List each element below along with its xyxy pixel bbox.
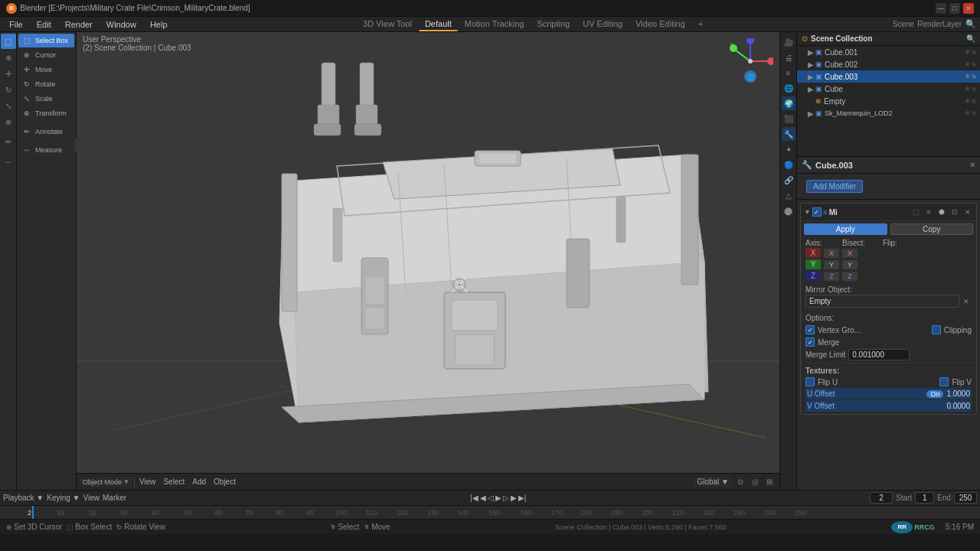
mod-icon-2[interactable]: ≡ <box>923 206 935 218</box>
flip-z-btn[interactable]: Z <box>842 272 858 281</box>
keying-menu[interactable]: Keying ▼ <box>47 494 80 502</box>
scene-props-icon[interactable]: 🌐 <box>782 81 795 95</box>
outliner-item-cube001[interactable]: ▶ ▣ Cube.001 👁 🖱 <box>797 46 980 58</box>
maximize-btn[interactable]: □ <box>949 3 960 14</box>
tool-move-icon[interactable]: ✛ <box>1 66 16 81</box>
merge-limit-input[interactable] <box>848 349 910 360</box>
mod-icon-3[interactable]: ⬟ <box>936 206 948 218</box>
tool-measure-icon[interactable]: ↔ <box>1 154 16 169</box>
jump-start-btn[interactable]: |◀ <box>470 494 479 502</box>
current-frame-display[interactable]: 2 <box>870 492 893 504</box>
move-status[interactable]: 🖱 Move <box>364 523 390 531</box>
flip-u-cb[interactable] <box>805 377 815 386</box>
data-props-icon[interactable]: △ <box>782 188 795 202</box>
constraints-icon[interactable]: 🔗 <box>782 173 795 187</box>
expand-modifier-icon[interactable]: ▼ <box>804 208 811 216</box>
play-btn[interactable]: ▶ <box>495 494 501 502</box>
close-btn[interactable]: ✕ <box>963 3 974 14</box>
tool-measure[interactable]: ↔ Measure <box>18 143 74 157</box>
prev-frame-btn[interactable]: ◀ <box>480 494 486 502</box>
outliner-filter-icon[interactable]: 🔍 <box>966 34 975 43</box>
modifier-name[interactable]: Mi <box>829 208 908 217</box>
tool-cursor-icon[interactable]: ⊕ <box>1 50 16 65</box>
tool-cursor[interactable]: ⊕ Cursor <box>18 48 74 62</box>
tab-3dview[interactable]: 3D View Tool <box>357 18 418 31</box>
add-menu[interactable]: Add <box>189 477 209 487</box>
tool-rotate-icon[interactable]: ↻ <box>1 82 16 97</box>
playback-menu[interactable]: Playback ▼ <box>3 494 44 502</box>
menu-item-edit[interactable]: Edit <box>31 18 57 31</box>
snap-icon[interactable]: ⊙ <box>733 475 747 489</box>
tab-uvediting[interactable]: UV Editing <box>577 18 629 31</box>
flip-x-btn[interactable]: X <box>842 249 858 258</box>
outliner-item-empty[interactable]: ⊕ Empty 👁 🖱 <box>797 95 980 107</box>
tab-scripting[interactable]: Scripting <box>531 18 576 31</box>
modifier-props-icon[interactable]: 🔧 <box>782 127 795 141</box>
next-keyframe-btn[interactable]: ▷ <box>503 494 509 502</box>
view-layer-icon[interactable]: ≡ <box>782 66 795 80</box>
clipping-cb[interactable] <box>932 325 941 334</box>
mirror-checkbox[interactable]: ✓ <box>812 207 822 217</box>
object-menu[interactable]: Object <box>211 477 239 487</box>
menu-item-help[interactable]: Help <box>144 18 174 31</box>
flip-y-btn[interactable]: Y <box>842 260 858 269</box>
menu-item-render[interactable]: Render <box>59 18 99 31</box>
view-menu[interactable]: View <box>136 477 159 487</box>
rotate-view-btn[interactable]: ↻ Rotate View <box>116 523 165 531</box>
jump-end-btn[interactable]: ▶| <box>518 494 527 502</box>
output-props-icon[interactable]: 🖨 <box>782 51 795 64</box>
tab-videoediting[interactable]: Video Editing <box>629 18 691 31</box>
outliner-item-cube002[interactable]: ▶ ▣ Cube.002 👁 🖱 <box>797 58 980 70</box>
add-modifier-btn[interactable]: Add Modifier <box>806 180 863 193</box>
minimize-btn[interactable]: — <box>936 3 946 14</box>
apply-btn[interactable]: Apply <box>804 223 887 235</box>
frame-cursor[interactable] <box>32 506 34 519</box>
mod-icon-1[interactable]: ⬚ <box>910 206 922 218</box>
mod-icon-4[interactable]: ⊡ <box>949 206 961 218</box>
tool-annotate[interactable]: ✏ Annotate <box>18 125 74 139</box>
merge-cb[interactable] <box>805 337 815 347</box>
mirror-object-clear-btn[interactable]: ✕ <box>961 296 972 307</box>
bisect-z-btn[interactable]: Z <box>824 272 839 281</box>
tab-default[interactable]: Default <box>419 18 458 31</box>
bisect-x-btn[interactable]: X <box>824 249 839 258</box>
close-prop-btn[interactable]: ✕ <box>969 161 975 169</box>
select-menu[interactable]: Select <box>160 477 188 487</box>
outliner-item-cube003[interactable]: ▶ ▣ Cube.003 👁 🖱 <box>797 70 980 83</box>
tool-transform-icon[interactable]: ⊕ <box>1 114 16 129</box>
tool-scale[interactable]: ⤡ Scale <box>18 92 74 106</box>
world-props-icon[interactable]: 🌍 <box>782 96 795 110</box>
menu-item-file[interactable]: File <box>3 18 29 31</box>
tool-scale-icon[interactable]: ⤡ <box>1 98 16 113</box>
on-toggle[interactable]: On <box>926 390 943 398</box>
mirror-object-field[interactable]: Empty <box>805 295 959 308</box>
bisect-y-btn[interactable]: Y <box>824 260 839 269</box>
tab-motiontracking[interactable]: Motion Tracking <box>459 18 531 31</box>
tool-selectbox[interactable]: ⬚ Select Box <box>18 34 74 47</box>
mod-delete-btn[interactable]: ✕ <box>962 207 973 217</box>
gizmo[interactable]: X Y Z 🌐 <box>727 38 773 84</box>
tool-move[interactable]: ✛ Move <box>18 63 74 77</box>
copy-btn[interactable]: Copy <box>890 223 974 235</box>
set-3d-cursor-btn[interactable]: ⊕ Set 3D Cursor <box>6 523 62 531</box>
prev-keyframe-btn[interactable]: ◁ <box>488 494 494 502</box>
flip-v-cb[interactable] <box>939 377 949 386</box>
search-icon[interactable]: 🔍 <box>965 18 977 31</box>
grid-icon[interactable]: ⊞ <box>763 475 776 489</box>
outliner-item-mannequin[interactable]: ▶ ▣ Sk_Mannequin_LOD2 👁 🖱 <box>797 107 980 119</box>
tool-annotate-icon[interactable]: ✏ <box>1 134 16 149</box>
view-menu[interactable]: View <box>83 494 100 502</box>
material-props-icon[interactable]: ⬤ <box>782 204 795 217</box>
viewport-mode-selector[interactable]: Object Mode ▼ <box>80 478 132 487</box>
tool-rotate[interactable]: ↻ Rotate <box>18 77 74 91</box>
render-props-icon[interactable]: 🎥 <box>782 35 795 49</box>
tool-select-icon[interactable]: ⬚ <box>1 34 16 49</box>
select-status[interactable]: 🖱 Select <box>330 523 359 531</box>
tab-add[interactable]: + <box>692 18 709 31</box>
particles-icon[interactable]: ✦ <box>782 142 795 156</box>
y-axis-btn[interactable]: Y <box>805 259 821 269</box>
z-axis-btn[interactable]: Z <box>805 271 821 281</box>
viewport[interactable]: User Perspective (2) Scene Collection | … <box>77 32 779 490</box>
frame-start-input[interactable]: 1 <box>915 492 934 504</box>
marker-menu[interactable]: Marker <box>103 494 126 502</box>
